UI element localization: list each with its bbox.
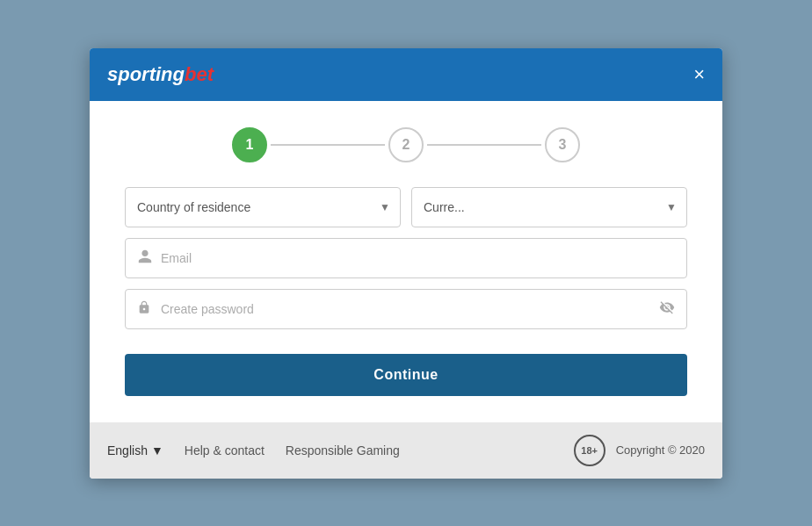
step-line-1-2: [271, 144, 385, 146]
logo: sportingbet: [107, 63, 214, 86]
language-chevron-icon: ▼: [151, 443, 163, 458]
currency-select[interactable]: [411, 187, 687, 227]
steps-indicator: 1 2 3: [125, 127, 687, 162]
footer-left: English ▼ Help & contact Responsible Gam…: [107, 443, 400, 458]
lock-icon: [137, 300, 151, 318]
close-button[interactable]: ×: [693, 65, 705, 84]
modal-body: 1 2 3 ▼ Country of residence: [90, 101, 722, 422]
footer-right: 18+ Copyright © 2020: [574, 435, 705, 466]
user-icon: [137, 249, 153, 268]
language-label: English: [107, 443, 148, 458]
email-input[interactable]: [125, 238, 687, 278]
language-selector[interactable]: English ▼: [107, 443, 163, 458]
copyright-text: Copyright © 2020: [616, 443, 705, 457]
country-currency-row: ▼ Country of residence ▼ Curre...: [125, 187, 687, 227]
step-2[interactable]: 2: [388, 127, 424, 162]
responsible-gaming-link[interactable]: Responsible Gaming: [286, 443, 400, 458]
logo-sporting-text: sporting: [107, 63, 185, 86]
registration-modal: sportingbet × 1 2 3 ▼: [90, 48, 722, 479]
password-wrapper: [125, 289, 687, 329]
password-input[interactable]: [125, 289, 687, 329]
email-wrapper: [125, 238, 687, 278]
age-badge: 18+: [574, 435, 605, 466]
step-1[interactable]: 1: [232, 127, 267, 162]
eye-slash-icon[interactable]: [659, 299, 675, 319]
country-select[interactable]: [125, 187, 401, 227]
country-select-wrapper: ▼ Country of residence: [125, 187, 401, 227]
currency-select-wrapper: ▼ Curre...: [411, 187, 687, 227]
continue-button[interactable]: Continue: [125, 354, 687, 396]
modal-footer: English ▼ Help & contact Responsible Gam…: [90, 422, 722, 479]
logo-bet-text: bet: [185, 63, 214, 86]
step-line-2-3: [427, 144, 541, 146]
modal-header: sportingbet ×: [90, 48, 722, 101]
step-3[interactable]: 3: [545, 127, 580, 162]
help-contact-link[interactable]: Help & contact: [185, 443, 265, 458]
